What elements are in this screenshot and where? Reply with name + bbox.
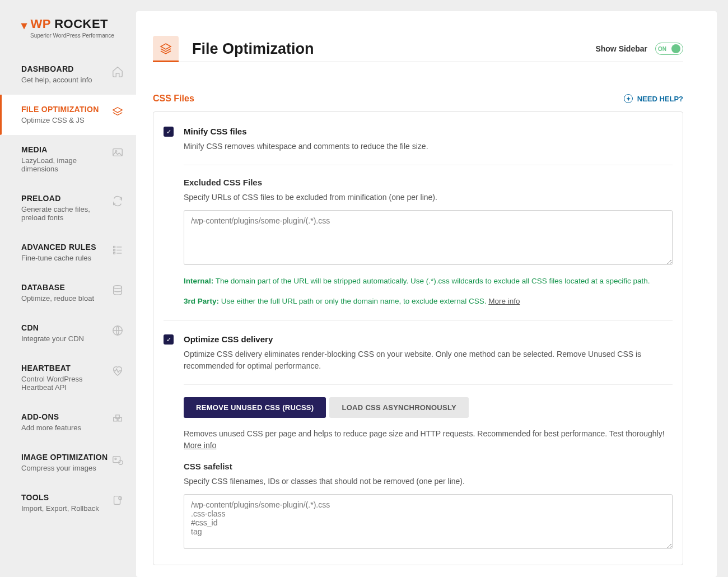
image-icon [111, 146, 124, 161]
setting-desc: Optimize CSS delivery eliminates render-… [184, 348, 673, 372]
nav-desc: Add more features [21, 424, 81, 432]
logo-icon: ▾ [21, 18, 27, 32]
sidebar-item-media[interactable]: MEDIALazyLoad, image dimensions [0, 135, 136, 184]
logo-tagline: Superior WordPress Performance [30, 32, 115, 39]
nav-title: HEARTBEAT [21, 364, 111, 373]
nav-title: ADD-ONS [21, 412, 81, 421]
nav-desc: Optimize CSS & JS [21, 116, 99, 124]
rucss-result-desc: Removes unused CSS per page and helps to… [184, 428, 673, 452]
sidebar-item-preload[interactable]: PRELOADGenerate cache files, preload fon… [0, 184, 136, 232]
setting-desc: Minify CSS removes whitespace and commen… [184, 141, 673, 152]
nav-title: PRELOAD [21, 194, 111, 203]
nav-desc: Compress your images [21, 464, 108, 472]
more-info-link[interactable]: More info [488, 297, 520, 305]
excluded-css-textarea[interactable] [184, 210, 673, 265]
nav-desc: Integrate your CDN [21, 334, 84, 343]
excluded-css-title: Excluded CSS Files [184, 178, 673, 187]
database-icon [111, 284, 124, 299]
logo: ▾ WP ROCKET Superior WordPress Performan… [0, 17, 136, 54]
nav-title: DASHBOARD [21, 64, 92, 73]
hint-internal: Internal: The domain part of the URL wil… [184, 275, 673, 287]
logo-word1: WP [31, 17, 51, 31]
nav-desc: LazyLoad, image dimensions [21, 156, 111, 173]
sidebar-item-tools[interactable]: TOOLSImport, Export, Rollback [0, 483, 136, 523]
setting-title: Optimize CSS delivery [184, 334, 673, 344]
css-safelist-title: CSS safelist [184, 462, 673, 471]
more-info-link[interactable]: More info [184, 441, 216, 450]
need-help-link[interactable]: ✦ NEED HELP? [624, 94, 683, 103]
nav-desc: Generate cache files, preload fonts [21, 205, 111, 222]
section-title-css-files: CSS Files [153, 94, 194, 104]
sidebar: ▾ WP ROCKET Superior WordPress Performan… [0, 0, 136, 577]
nav-title: FILE OPTIMIZATION [21, 105, 99, 114]
nav-desc: Import, Export, Rollback [21, 504, 99, 513]
nav-title: MEDIA [21, 145, 111, 154]
nav-title: CDN [21, 323, 84, 332]
svg-rect-12 [116, 415, 119, 418]
sidebar-item-addons[interactable]: ADD-ONSAdd more features [0, 402, 136, 443]
minify-css-checkbox[interactable]: ✓ [164, 127, 174, 137]
compress-icon [111, 454, 124, 469]
sidebar-item-dashboard[interactable]: DASHBOARDGet help, account info [0, 54, 136, 95]
logo-word2: ROCKET [54, 17, 108, 31]
page-header: File Optimization Show Sidebar ON [153, 36, 683, 62]
svg-rect-10 [114, 417, 117, 421]
help-label: NEED HELP? [637, 95, 683, 103]
setting-title: Minify CSS files [184, 127, 673, 136]
show-sidebar-label: Show Sidebar [595, 44, 647, 53]
optimize-css-checkbox[interactable]: ✓ [164, 334, 174, 345]
heartbeat-icon [111, 365, 124, 380]
sidebar-item-cdn[interactable]: CDNIntegrate your CDN [0, 313, 136, 353]
nav-desc: Control WordPress Heartbeat API [21, 375, 111, 392]
sidebar-item-heartbeat[interactable]: HEARTBEATControl WordPress Heartbeat API [0, 353, 136, 402]
sidebar-item-database[interactable]: DATABASEOptimize, reduce bloat [0, 273, 136, 313]
nav-title: DATABASE [21, 283, 94, 292]
list-icon [111, 244, 124, 259]
setting-minify-css: ✓ Minify CSS files Minify CSS removes wh… [164, 127, 673, 320]
hint-3rdparty: 3rd Party: Use either the full URL path … [184, 295, 673, 308]
remove-unused-css-button[interactable]: REMOVE UNUSED CSS (RUCSS) [184, 397, 326, 418]
svg-rect-11 [118, 417, 122, 421]
tab-indicator [153, 61, 179, 62]
svg-point-14 [115, 458, 116, 460]
excluded-css-desc: Specify URLs of CSS files to be excluded… [184, 192, 673, 203]
show-sidebar-toggle[interactable]: ON [655, 43, 683, 55]
layers-icon [111, 106, 124, 121]
help-icon: ✦ [624, 94, 633, 103]
page-title: File Optimization [192, 40, 314, 58]
nav: DASHBOARDGet help, account info FILE OPT… [0, 54, 136, 523]
css-safelist-textarea[interactable] [184, 494, 673, 549]
settings-panel: ✓ Minify CSS files Minify CSS removes wh… [153, 111, 683, 565]
svg-point-8 [114, 286, 122, 289]
nav-desc: Optimize, reduce bloat [21, 294, 94, 303]
nav-desc: Fine-tune cache rules [21, 254, 96, 262]
refresh-icon [111, 195, 124, 210]
globe-icon [111, 324, 124, 339]
toggle-on-label: ON [658, 46, 666, 52]
sidebar-item-advanced-rules[interactable]: ADVANCED RULESFine-tune cache rules [0, 232, 136, 273]
sidebar-item-file-optimization[interactable]: FILE OPTIMIZATIONOptimize CSS & JS [0, 95, 136, 135]
main-content: File Optimization Show Sidebar ON CSS Fi… [136, 11, 717, 577]
nav-desc: Get help, account info [21, 76, 92, 84]
svg-rect-3 [114, 249, 115, 251]
nav-title: IMAGE OPTIMIZATION [21, 453, 108, 462]
layers-icon [153, 36, 179, 62]
setting-optimize-css-delivery: ✓ Optimize CSS delivery Optimize CSS del… [164, 320, 673, 565]
sidebar-item-image-optimization[interactable]: IMAGE OPTIMIZATIONCompress your images [0, 443, 136, 483]
load-css-async-button[interactable]: LOAD CSS ASYNCHRONOUSLY [329, 397, 469, 418]
svg-rect-2 [114, 246, 115, 248]
svg-rect-4 [114, 253, 115, 254]
home-icon [111, 66, 124, 81]
css-safelist-desc: Specify CSS filenames, IDs or classes th… [184, 476, 673, 487]
package-icon [111, 413, 124, 429]
nav-title: ADVANCED RULES [21, 243, 96, 252]
nav-title: TOOLS [21, 493, 99, 502]
gear-icon [111, 494, 124, 509]
toggle-knob [671, 44, 680, 53]
